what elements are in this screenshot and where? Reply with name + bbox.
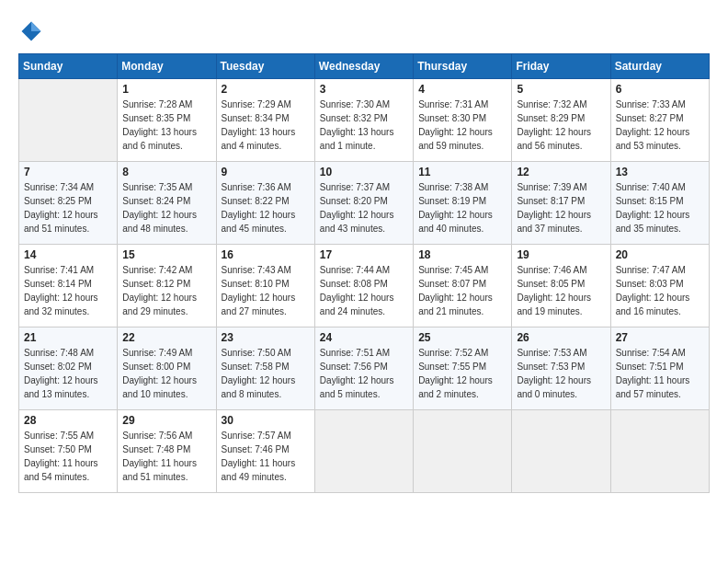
- day-info: Sunrise: 7:45 AMSunset: 8:07 PMDaylight:…: [418, 263, 506, 318]
- day-number: 19: [517, 248, 605, 261]
- calendar-day-cell: [314, 410, 413, 493]
- day-of-week-header: Saturday: [610, 54, 709, 79]
- day-info: Sunrise: 7:30 AMSunset: 8:32 PMDaylight:…: [320, 98, 408, 153]
- day-number: 3: [320, 83, 408, 96]
- calendar-day-cell: 27Sunrise: 7:54 AMSunset: 7:51 PMDayligh…: [610, 327, 709, 410]
- day-number: 11: [418, 166, 506, 178]
- calendar-day-cell: 3Sunrise: 7:30 AMSunset: 8:32 PMDaylight…: [314, 79, 413, 162]
- day-info: Sunrise: 7:46 AMSunset: 8:05 PMDaylight:…: [517, 263, 605, 318]
- day-number: 12: [517, 166, 605, 178]
- calendar-day-cell: 12Sunrise: 7:39 AMSunset: 8:17 PMDayligh…: [512, 162, 610, 245]
- calendar-day-cell: 24Sunrise: 7:51 AMSunset: 7:56 PMDayligh…: [314, 327, 413, 410]
- day-info: Sunrise: 7:31 AMSunset: 8:30 PMDaylight:…: [418, 98, 506, 153]
- day-info: Sunrise: 7:36 AMSunset: 8:22 PMDaylight:…: [222, 180, 310, 236]
- day-info: Sunrise: 7:50 AMSunset: 7:58 PMDaylight:…: [222, 346, 310, 401]
- day-number: 21: [24, 331, 112, 344]
- calendar-day-cell: 26Sunrise: 7:53 AMSunset: 7:53 PMDayligh…: [512, 327, 610, 410]
- day-info: Sunrise: 7:55 AMSunset: 7:50 PMDaylight:…: [24, 429, 112, 484]
- day-info: Sunrise: 7:29 AMSunset: 8:34 PMDaylight:…: [222, 98, 310, 153]
- day-of-week-header: Friday: [512, 54, 610, 79]
- day-info: Sunrise: 7:35 AMSunset: 8:24 PMDaylight:…: [122, 180, 210, 236]
- calendar-day-cell: 22Sunrise: 7:49 AMSunset: 8:00 PMDayligh…: [118, 327, 216, 410]
- calendar-day-cell: [610, 410, 709, 493]
- day-number: 24: [320, 331, 408, 344]
- calendar-day-cell: 19Sunrise: 7:46 AMSunset: 8:05 PMDayligh…: [512, 245, 610, 327]
- day-number: 17: [320, 248, 408, 261]
- calendar-day-cell: [512, 410, 610, 493]
- day-info: Sunrise: 7:41 AMSunset: 8:14 PMDaylight:…: [24, 263, 112, 318]
- day-info: Sunrise: 7:47 AMSunset: 8:03 PMDaylight:…: [616, 263, 704, 318]
- day-number: 30: [222, 414, 310, 427]
- day-of-week-header: Monday: [118, 54, 216, 79]
- day-number: 7: [24, 166, 112, 178]
- calendar-day-cell: 30Sunrise: 7:57 AMSunset: 7:46 PMDayligh…: [216, 410, 314, 493]
- calendar-week-row: 7Sunrise: 7:34 AMSunset: 8:25 PMDaylight…: [19, 162, 710, 245]
- day-number: 22: [122, 331, 210, 344]
- day-number: 8: [122, 166, 210, 178]
- day-info: Sunrise: 7:54 AMSunset: 7:51 PMDaylight:…: [616, 346, 704, 401]
- day-number: 25: [418, 331, 506, 344]
- day-info: Sunrise: 7:37 AMSunset: 8:20 PMDaylight:…: [320, 180, 408, 236]
- calendar-header-row: SundayMondayTuesdayWednesdayThursdayFrid…: [19, 54, 710, 79]
- day-info: Sunrise: 7:51 AMSunset: 7:56 PMDaylight:…: [320, 346, 408, 401]
- calendar-week-row: 28Sunrise: 7:55 AMSunset: 7:50 PMDayligh…: [19, 410, 710, 493]
- day-info: Sunrise: 7:56 AMSunset: 7:48 PMDaylight:…: [122, 429, 210, 484]
- day-number: 4: [418, 83, 506, 96]
- calendar-day-cell: 13Sunrise: 7:40 AMSunset: 8:15 PMDayligh…: [610, 162, 709, 245]
- day-number: 18: [418, 248, 506, 261]
- day-info: Sunrise: 7:44 AMSunset: 8:08 PMDaylight:…: [320, 263, 408, 318]
- day-number: 13: [616, 166, 704, 178]
- calendar-day-cell: 10Sunrise: 7:37 AMSunset: 8:20 PMDayligh…: [314, 162, 413, 245]
- day-of-week-header: Sunday: [19, 54, 118, 79]
- day-info: Sunrise: 7:40 AMSunset: 8:15 PMDaylight:…: [616, 180, 704, 236]
- calendar-day-cell: 11Sunrise: 7:38 AMSunset: 8:19 PMDayligh…: [414, 162, 512, 245]
- day-number: 5: [517, 83, 605, 96]
- day-info: Sunrise: 7:57 AMSunset: 7:46 PMDaylight:…: [222, 429, 310, 484]
- calendar-day-cell: 7Sunrise: 7:34 AMSunset: 8:25 PMDaylight…: [19, 162, 118, 245]
- calendar-day-cell: 4Sunrise: 7:31 AMSunset: 8:30 PMDaylight…: [414, 79, 512, 162]
- day-number: 28: [24, 414, 112, 427]
- day-info: Sunrise: 7:42 AMSunset: 8:12 PMDaylight:…: [122, 263, 210, 318]
- day-number: 20: [616, 248, 704, 261]
- day-of-week-header: Wednesday: [314, 54, 413, 79]
- calendar-day-cell: [19, 79, 118, 162]
- day-number: 29: [122, 414, 210, 427]
- calendar-day-cell: 28Sunrise: 7:55 AMSunset: 7:50 PMDayligh…: [19, 410, 118, 493]
- day-number: 9: [222, 166, 310, 178]
- day-number: 1: [122, 83, 210, 96]
- day-info: Sunrise: 7:49 AMSunset: 8:00 PMDaylight:…: [122, 346, 210, 401]
- calendar-day-cell: 9Sunrise: 7:36 AMSunset: 8:22 PMDaylight…: [216, 162, 314, 245]
- day-info: Sunrise: 7:28 AMSunset: 8:35 PMDaylight:…: [122, 98, 210, 153]
- day-info: Sunrise: 7:38 AMSunset: 8:19 PMDaylight:…: [418, 180, 506, 236]
- calendar-day-cell: 29Sunrise: 7:56 AMSunset: 7:48 PMDayligh…: [118, 410, 216, 493]
- calendar-day-cell: [414, 410, 512, 493]
- logo: [18, 18, 48, 44]
- page-header: [18, 18, 710, 44]
- calendar-week-row: 14Sunrise: 7:41 AMSunset: 8:14 PMDayligh…: [19, 245, 710, 327]
- day-info: Sunrise: 7:33 AMSunset: 8:27 PMDaylight:…: [616, 98, 704, 153]
- day-number: 14: [24, 248, 112, 261]
- calendar-day-cell: 16Sunrise: 7:43 AMSunset: 8:10 PMDayligh…: [216, 245, 314, 327]
- day-info: Sunrise: 7:48 AMSunset: 8:02 PMDaylight:…: [24, 346, 112, 401]
- calendar-day-cell: 21Sunrise: 7:48 AMSunset: 8:02 PMDayligh…: [19, 327, 118, 410]
- calendar-day-cell: 14Sunrise: 7:41 AMSunset: 8:14 PMDayligh…: [19, 245, 118, 327]
- calendar-day-cell: 6Sunrise: 7:33 AMSunset: 8:27 PMDaylight…: [610, 79, 709, 162]
- calendar-day-cell: 1Sunrise: 7:28 AMSunset: 8:35 PMDaylight…: [118, 79, 216, 162]
- svg-marker-1: [31, 22, 41, 32]
- day-of-week-header: Thursday: [414, 54, 512, 79]
- calendar-day-cell: 8Sunrise: 7:35 AMSunset: 8:24 PMDaylight…: [118, 162, 216, 245]
- day-number: 16: [222, 248, 310, 261]
- day-info: Sunrise: 7:39 AMSunset: 8:17 PMDaylight:…: [517, 180, 605, 236]
- calendar-day-cell: 5Sunrise: 7:32 AMSunset: 8:29 PMDaylight…: [512, 79, 610, 162]
- day-number: 23: [222, 331, 310, 344]
- calendar-day-cell: 23Sunrise: 7:50 AMSunset: 7:58 PMDayligh…: [216, 327, 314, 410]
- calendar-week-row: 21Sunrise: 7:48 AMSunset: 8:02 PMDayligh…: [19, 327, 710, 410]
- day-info: Sunrise: 7:52 AMSunset: 7:55 PMDaylight:…: [418, 346, 506, 401]
- day-number: 10: [320, 166, 408, 178]
- calendar-day-cell: 20Sunrise: 7:47 AMSunset: 8:03 PMDayligh…: [610, 245, 709, 327]
- day-of-week-header: Tuesday: [216, 54, 314, 79]
- calendar-day-cell: 18Sunrise: 7:45 AMSunset: 8:07 PMDayligh…: [414, 245, 512, 327]
- day-info: Sunrise: 7:32 AMSunset: 8:29 PMDaylight:…: [517, 98, 605, 153]
- day-number: 2: [222, 83, 310, 96]
- calendar-day-cell: 25Sunrise: 7:52 AMSunset: 7:55 PMDayligh…: [414, 327, 512, 410]
